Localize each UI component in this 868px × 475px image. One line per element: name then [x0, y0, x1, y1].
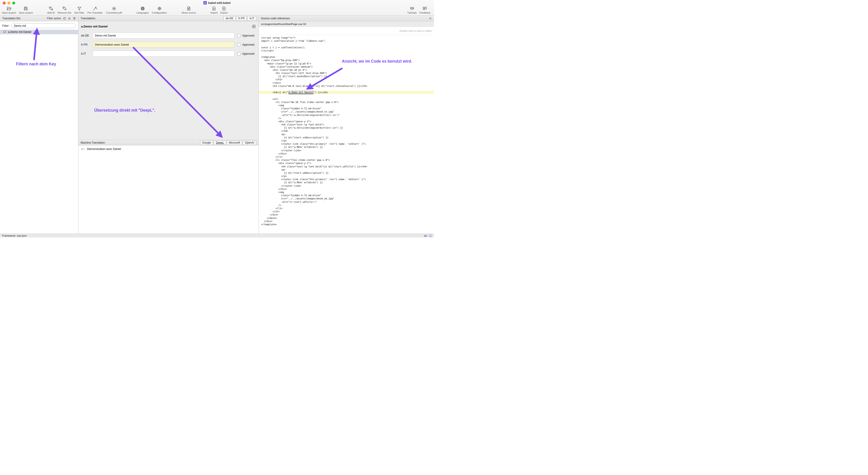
- toolbar-button-add-id[interactable]: Add ID: [46, 6, 56, 14]
- source-code-header: Source code references: [259, 15, 434, 21]
- provider-button-openai[interactable]: OpenAI: [243, 140, 256, 145]
- translation-key-reference[interactable]: a.Demo mit Daniel: [288, 91, 313, 94]
- toolbar-button-export[interactable]: Export: [219, 6, 229, 14]
- code-line: <li class="flex items-center gap-x-8">: [259, 158, 434, 162]
- machine-translation-text: Démonstration avec Daniel: [87, 147, 121, 150]
- translations-header: Translations de-DEfr-FRit-IT: [78, 15, 258, 21]
- code-line: {{ $t("start.myvbvDescription") }}: [259, 75, 434, 78]
- source-code-title: Source code references: [261, 17, 290, 20]
- code-line: [259, 52, 434, 55]
- pre-translate-icon: [93, 6, 97, 11]
- code-line: <div class="space-y-2">: [259, 162, 434, 165]
- editor-hint-text: Double-click to open in editor: [400, 30, 432, 32]
- display-icon[interactable]: [429, 234, 432, 238]
- code-line: <p>: [259, 168, 434, 171]
- keyboard-icon[interactable]: [424, 234, 427, 238]
- source-reference-row[interactable]: src/pages/start/GuestStartPage.vue:18: [259, 21, 434, 27]
- toolbar-button-open-project[interactable]: Open project: [0, 6, 18, 14]
- source-code-panel: Source code references src/pages/start/G…: [258, 15, 434, 234]
- toolbar-button-import[interactable]: Import: [209, 6, 219, 14]
- code-line: <li class="mb-16 flex items-center gap-x…: [259, 101, 434, 104]
- close-panel-icon[interactable]: [429, 17, 432, 20]
- language-tab-fr-fr[interactable]: fr-FR: [236, 16, 247, 21]
- tree-item-label: a.Demo mit Daniel: [8, 30, 31, 34]
- code-line: <ul>: [259, 97, 434, 101]
- app-icon: b: [204, 1, 207, 4]
- machine-translation-title: Machine Translation: [81, 141, 105, 144]
- code-line: <div class="bg-gray-200">: [259, 59, 434, 62]
- translation-input-de-de[interactable]: [93, 32, 235, 39]
- code-line: [259, 94, 434, 97]
- translations-panel: Translations de-DEfr-FRit-IT a.Demo mit …: [78, 15, 258, 234]
- toolbar-button-languages[interactable]: Languages: [135, 6, 150, 14]
- code-line: </p>: [259, 139, 434, 142]
- code-line: </li>: [259, 207, 434, 210]
- code-line: src="../../assets/images/mood_vv.jpg": [259, 110, 434, 113]
- translations-title: Translations: [81, 17, 95, 20]
- code-line: src="../../assets/images/mood_uk.jpg": [259, 197, 434, 200]
- language-label: it-IT: [81, 52, 93, 55]
- titlebar: b babel-edit.babel: [0, 0, 434, 5]
- code-line: class="hidden h-72 md:block": [259, 107, 434, 110]
- editor-hint-row: Double-click to open in editor: [259, 27, 434, 35]
- code-line: </div>: [259, 152, 434, 155]
- code-line: </script>: [259, 49, 434, 52]
- code-line: {{ $t("start.vvDescription") }}: [259, 136, 434, 139]
- filter-label: Filter:: [2, 24, 9, 28]
- shortcut-badge: ⌘1: [81, 148, 87, 150]
- code-line: <img: [259, 191, 434, 194]
- translation-input-it-it[interactable]: [93, 50, 235, 57]
- code-line: </template>: [259, 223, 434, 226]
- toolbar-button-remove-ids[interactable]: Remove IDs: [56, 6, 73, 14]
- machine-translation-header: Machine Translation GoogleDeepLMicrosoft…: [78, 140, 258, 145]
- filter-input[interactable]: [11, 23, 76, 28]
- translation-row-de-de: de-DEApproved: [81, 32, 256, 39]
- comment-icon[interactable]: [252, 25, 256, 28]
- toolbar-button-configuration[interactable]: Configuration: [151, 6, 168, 14]
- toolbar-button-consistencyai[interactable]: ConsistencyAI: [105, 6, 123, 14]
- approved-checkbox[interactable]: [238, 43, 241, 46]
- import-icon: [212, 6, 216, 11]
- code-text: ") }}</h4>: [314, 91, 328, 94]
- code-line: </li>: [259, 155, 434, 158]
- translation-ids-header: Translation IDs Filter active: [0, 15, 78, 21]
- toolbar-label: Save project: [19, 11, 33, 14]
- tutorials-icon: [409, 6, 414, 11]
- code-line: {{ $t("a.Versicherungsvermittler/-in") }…: [259, 126, 434, 129]
- provider-button-microsoft[interactable]: Microsoft: [227, 140, 242, 145]
- code-line: </ul>: [259, 210, 434, 213]
- languages-icon: [140, 6, 145, 11]
- clear-filter-icon[interactable]: [68, 17, 71, 20]
- language-tab-it-it[interactable]: it-IT: [247, 16, 256, 21]
- code-line: {{ $t("a.Mehr erfahren") }}: [259, 145, 434, 148]
- approved-checkbox[interactable]: [238, 34, 241, 37]
- toolbar-button-set-filter[interactable]: Set Filter: [73, 6, 86, 14]
- machine-translation-result[interactable]: ⌘1 Démonstration avec Daniel: [81, 147, 256, 150]
- code-line: <script setup lang="ts">: [259, 36, 434, 39]
- language-tab-de-de[interactable]: de-DE: [224, 16, 236, 21]
- refresh-icon[interactable]: [63, 17, 66, 20]
- framework-label: Framework: vue-json: [2, 234, 27, 237]
- code-line: <p>: [259, 133, 434, 136]
- tree-item-translation-id[interactable]: a.Demo mit Daniel: [0, 30, 78, 34]
- provider-button-google[interactable]: Google: [200, 140, 213, 145]
- toolbar-button-save-project[interactable]: Save project: [18, 6, 34, 14]
- code-line: </div>: [259, 188, 434, 191]
- toolbar-button-feedback[interactable]: Feedback: [418, 6, 432, 14]
- toolbar-label: Configuration: [152, 11, 166, 14]
- code-line: </div>: [259, 213, 434, 216]
- approved-label: Approved: [242, 43, 254, 46]
- toolbar: Open projectSave projectAdd IDRemove IDs…: [0, 5, 434, 15]
- filter-icon[interactable]: [73, 17, 76, 20]
- approved-label: Approved: [242, 52, 254, 55]
- approved-checkbox[interactable]: [238, 52, 241, 55]
- translation-input-fr-fr[interactable]: [93, 41, 235, 48]
- toolbar-button-tutorials[interactable]: Tutorials: [406, 6, 418, 14]
- translations-body: a.Demo mit Daniel de-DEApprovedfr-FRAppr…: [78, 21, 258, 140]
- toolbar-button-pre-translate[interactable]: Pre-Translate: [86, 6, 104, 14]
- entry-title: a.Demo mit Daniel: [81, 25, 107, 28]
- toolbar-button-show-source[interactable]: Show source: [180, 6, 197, 14]
- code-line: import { useTranslation } from "i18next-…: [259, 39, 434, 42]
- toolbar-label: Tutorials: [407, 11, 417, 14]
- provider-button-deepl[interactable]: DeepL: [214, 140, 226, 145]
